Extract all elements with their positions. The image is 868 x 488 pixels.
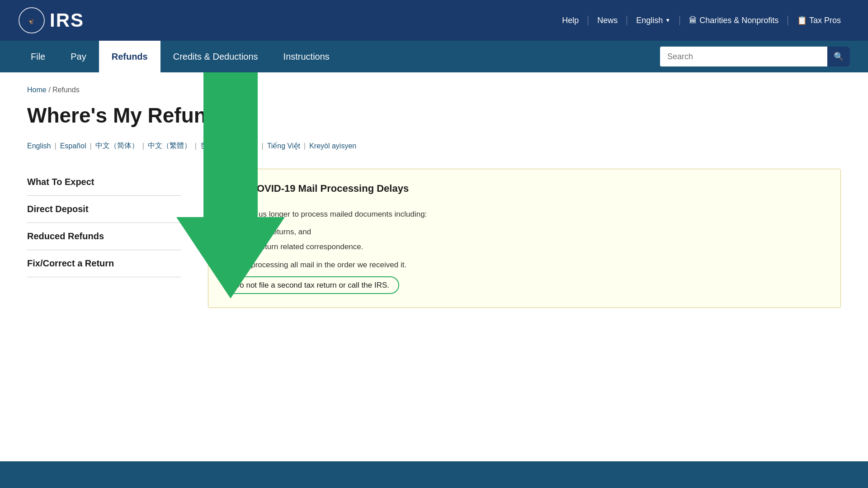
alert-header: ! COVID-19 Mail Processing Delays [224, 183, 825, 201]
alert-processing: We are processing all mail in the order … [224, 259, 825, 271]
search-input[interactable] [660, 47, 827, 66]
nav-refunds[interactable]: Refunds [99, 41, 160, 72]
alert-box: ! COVID-19 Mail Processing Delays It's t… [208, 169, 841, 308]
language-links: English | Español | 中文（简体） | 中文（繁體） | 한국… [27, 141, 841, 151]
search-button[interactable]: 🔍 [827, 47, 850, 66]
search-box: 🔍 [660, 47, 850, 66]
lang-chinese-traditional[interactable]: 中文（繁體） [148, 141, 191, 151]
charities-link[interactable]: 🏛 Charities & Nonprofits [680, 16, 788, 25]
breadcrumb: Home / Refunds [27, 86, 841, 94]
page-title: Where's My Refund? [27, 103, 841, 128]
lang-chinese-simplified[interactable]: 中文（简体） [95, 141, 139, 151]
lang-russian[interactable]: Русский [231, 142, 258, 150]
breadcrumb-home[interactable]: Home [27, 86, 47, 94]
breadcrumb-current: Refunds [52, 86, 80, 94]
nav-bar: File Pay Refunds Credits & Deductions In… [0, 41, 868, 72]
irs-logo-text: IRS [50, 9, 84, 31]
lang-english[interactable]: English [27, 142, 51, 150]
search-icon: 🔍 [834, 52, 844, 62]
sidebar-item-reduced-refunds[interactable]: Reduced Refunds [27, 223, 181, 250]
alert-bullet-1: Paper tax returns, and [235, 226, 825, 238]
alert-body: It's taking us longer to process mailed … [224, 208, 825, 294]
alert-intro: It's taking us longer to process mailed … [224, 208, 825, 220]
main-content: Home / Refunds Where's My Refund? Englis… [0, 72, 868, 461]
logo: 🦅 IRS [18, 7, 84, 34]
sidebar-item-fix-correct[interactable]: Fix/Correct a Return [27, 250, 181, 277]
svg-text:🦅: 🦅 [28, 18, 35, 24]
nav-pay[interactable]: Pay [58, 41, 99, 72]
english-link[interactable]: English ▼ [627, 16, 680, 25]
nav-instructions[interactable]: Instructions [271, 41, 342, 72]
taxpros-link[interactable]: 📋 Tax Pros [788, 15, 850, 25]
lang-espanol[interactable]: Español [60, 142, 86, 150]
sidebar-item-what-to-expect[interactable]: What To Expect [27, 169, 181, 196]
nav-credits[interactable]: Credits & Deductions [160, 41, 271, 72]
alert-warning-icon: ! [224, 184, 241, 201]
two-column-layout: What To Expect Direct Deposit Reduced Re… [27, 169, 841, 308]
bottom-bar [0, 461, 868, 475]
chevron-down-icon: ▼ [665, 17, 670, 24]
help-link[interactable]: Help [553, 16, 588, 25]
alert-bullets: Paper tax returns, and All tax return re… [235, 226, 825, 253]
alert-highlight: Do not file a second tax return or call … [224, 276, 399, 294]
alert-title: COVID-19 Mail Processing Delays [250, 183, 409, 194]
lang-vietnamese[interactable]: Tiếng Việt [267, 142, 300, 150]
news-link[interactable]: News [588, 16, 627, 25]
breadcrumb-separator: / [48, 86, 50, 94]
charities-icon: 🏛 [689, 16, 699, 25]
nav-file[interactable]: File [18, 41, 58, 72]
lang-korean[interactable]: 한국어 [200, 141, 222, 151]
lang-creole[interactable]: Kreyòl ayisyen [309, 142, 356, 150]
nav-links: File Pay Refunds Credits & Deductions In… [18, 41, 660, 72]
top-bar-links: Help News English ▼ 🏛 Charities & Nonpro… [553, 15, 850, 25]
taxpros-icon: 📋 [797, 16, 809, 25]
alert-bullet-2: All tax return related correspondence. [235, 241, 825, 253]
sidebar-item-direct-deposit[interactable]: Direct Deposit [27, 196, 181, 223]
sidebar: What To Expect Direct Deposit Reduced Re… [27, 169, 181, 277]
top-bar: 🦅 IRS Help News English ▼ 🏛 Charities & … [0, 0, 868, 41]
irs-eagle-icon: 🦅 [18, 7, 45, 34]
